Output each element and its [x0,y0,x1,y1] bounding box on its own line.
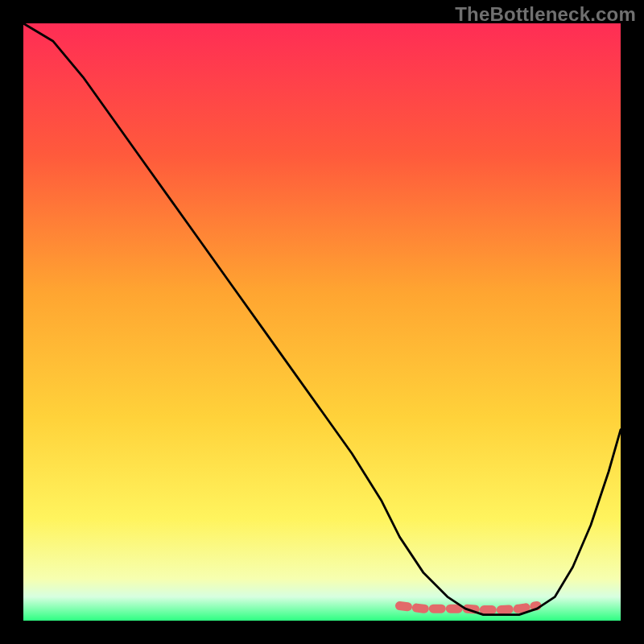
watermark-text: TheBottleneck.com [455,3,636,26]
gradient-background [23,23,621,621]
chart-frame: TheBottleneck.com [0,0,644,644]
bottleneck-chart [23,23,621,621]
